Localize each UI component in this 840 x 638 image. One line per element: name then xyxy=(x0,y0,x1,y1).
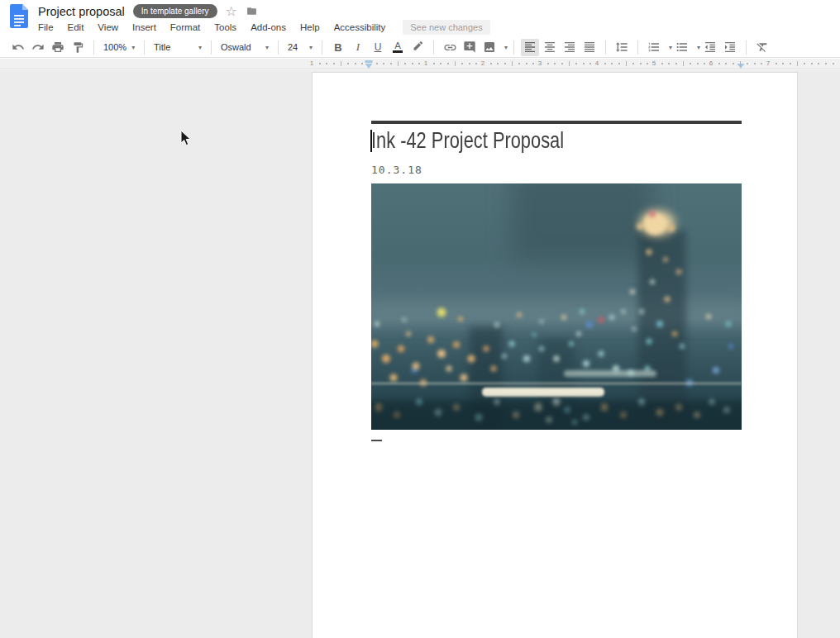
align-left-button[interactable] xyxy=(521,39,539,56)
toolbar-separator xyxy=(637,40,638,55)
bokeh-dot xyxy=(637,223,643,230)
bokeh-dot xyxy=(726,321,732,326)
see-new-changes-button[interactable]: See new changes xyxy=(403,20,489,35)
menu-help[interactable]: Help xyxy=(300,22,320,32)
ruler[interactable]: 11234567 xyxy=(0,59,840,69)
image-dropdown-icon[interactable]: ▾ xyxy=(504,44,508,51)
bottom-shadow xyxy=(371,400,742,430)
paragraph-style-select[interactable]: Title ▾ xyxy=(150,39,205,56)
align-justify-button[interactable] xyxy=(580,39,599,56)
style-value: Title xyxy=(154,42,170,52)
line-spacing-button[interactable] xyxy=(613,39,631,56)
decrease-indent-icon xyxy=(704,40,717,54)
zoom-value: 100% xyxy=(103,42,126,52)
document-title-field[interactable]: Project proposal xyxy=(38,5,125,18)
bokeh-dot xyxy=(453,341,460,348)
document-image[interactable] xyxy=(371,183,742,430)
redo-button[interactable] xyxy=(29,39,47,56)
font-family-select[interactable]: Oswald ▾ xyxy=(217,39,272,56)
bokeh-dot xyxy=(630,289,635,294)
increase-indent-button[interactable] xyxy=(721,39,739,56)
insert-image-button[interactable] xyxy=(480,39,499,56)
left-indent-marker[interactable] xyxy=(365,60,373,69)
align-center-button[interactable] xyxy=(541,39,559,56)
menu-tools[interactable]: Tools xyxy=(214,22,236,32)
highlight-color-button[interactable] xyxy=(408,39,427,56)
zoom-select[interactable]: 100% ▾ xyxy=(100,39,138,56)
document-canvas[interactable]: Ink -42 Project Proposal 10.3.18 xyxy=(0,70,840,638)
title-top-rule xyxy=(371,121,742,124)
toolbar-separator xyxy=(605,40,606,55)
bokeh-dot xyxy=(412,362,419,369)
bokeh-dot xyxy=(502,354,507,359)
bokeh-dot xyxy=(663,257,668,262)
menu-insert[interactable]: Insert xyxy=(132,22,156,32)
align-right-icon xyxy=(563,40,576,54)
bokeh-dot xyxy=(665,297,671,302)
italic-button[interactable]: I xyxy=(349,39,367,56)
bulleted-list-dropdown-icon[interactable]: ▾ xyxy=(697,44,700,51)
bokeh-dot xyxy=(583,360,589,367)
document-heading[interactable]: Ink -42 Project Proposal xyxy=(371,127,733,154)
numbered-list-button[interactable] xyxy=(645,39,663,56)
undo-button[interactable] xyxy=(9,39,27,56)
text-color-icon: A xyxy=(393,41,403,53)
bulleted-list-button[interactable] xyxy=(673,39,691,56)
align-right-button[interactable] xyxy=(561,39,579,56)
folder-icon[interactable] xyxy=(246,6,258,17)
numbered-list-dropdown-icon[interactable]: ▾ xyxy=(669,44,672,51)
bokeh-dot xyxy=(382,355,390,363)
menu-format[interactable]: Format xyxy=(170,22,200,32)
light-trail-secondary xyxy=(564,370,656,377)
insert-comment-button[interactable] xyxy=(461,39,479,56)
toolbar-separator xyxy=(144,40,145,55)
menu-addons[interactable]: Add-ons xyxy=(251,22,286,32)
print-button[interactable] xyxy=(49,39,67,56)
toolbar-separator xyxy=(278,40,279,55)
bokeh-dot xyxy=(517,312,522,317)
toolbar-separator xyxy=(746,40,747,55)
font-size-value: 24 xyxy=(288,42,298,52)
star-icon[interactable]: ☆ xyxy=(226,5,237,18)
bokeh-dot xyxy=(598,317,604,323)
italic-icon: I xyxy=(356,40,360,54)
menu-file[interactable]: File xyxy=(38,22,54,32)
clear-formatting-button[interactable] xyxy=(753,39,771,56)
bold-icon: B xyxy=(334,41,341,54)
bokeh-dot xyxy=(713,367,719,374)
menu-view[interactable]: View xyxy=(98,22,118,32)
decrease-indent-button[interactable] xyxy=(701,39,719,56)
font-size-select[interactable]: 24 ▾ xyxy=(284,39,316,56)
bokeh-dot xyxy=(458,317,463,321)
paint-format-button[interactable] xyxy=(69,39,87,56)
paint-format-icon xyxy=(72,41,84,54)
bokeh-dot xyxy=(539,346,544,351)
chevron-down-icon: ▾ xyxy=(265,44,269,51)
image-icon xyxy=(483,40,496,54)
underline-button[interactable]: U xyxy=(369,39,387,56)
text-color-button[interactable]: A xyxy=(389,39,407,56)
bokeh-dot xyxy=(639,309,644,314)
document-page[interactable]: Ink -42 Project Proposal 10.3.18 xyxy=(312,72,798,638)
google-docs-logo-icon[interactable] xyxy=(10,4,28,28)
bokeh-dot xyxy=(437,308,446,317)
document-date[interactable]: 10.3.18 xyxy=(371,164,422,176)
bold-button[interactable]: B xyxy=(329,39,347,56)
bokeh-dot xyxy=(398,345,404,352)
bokeh-dot xyxy=(467,355,475,362)
bokeh-dot xyxy=(494,322,499,327)
bokeh-dot xyxy=(446,365,452,371)
align-left-icon xyxy=(523,40,537,54)
toolbar: 100% ▾ Title ▾ Oswald ▾ 24 ▾ B I U xyxy=(0,37,840,58)
right-indent-marker[interactable] xyxy=(737,60,745,69)
bokeh-dot xyxy=(437,350,446,358)
bokeh-dot xyxy=(509,340,515,346)
insert-link-button[interactable] xyxy=(441,39,459,56)
menu-accessibility[interactable]: Accessibility xyxy=(334,22,386,32)
bokeh-dot xyxy=(621,309,625,313)
menu-edit[interactable]: Edit xyxy=(68,22,84,32)
road-line xyxy=(371,382,742,385)
toolbar-separator xyxy=(433,40,434,55)
template-gallery-badge[interactable]: In template gallery xyxy=(133,4,217,18)
clear-formatting-icon xyxy=(756,40,769,54)
